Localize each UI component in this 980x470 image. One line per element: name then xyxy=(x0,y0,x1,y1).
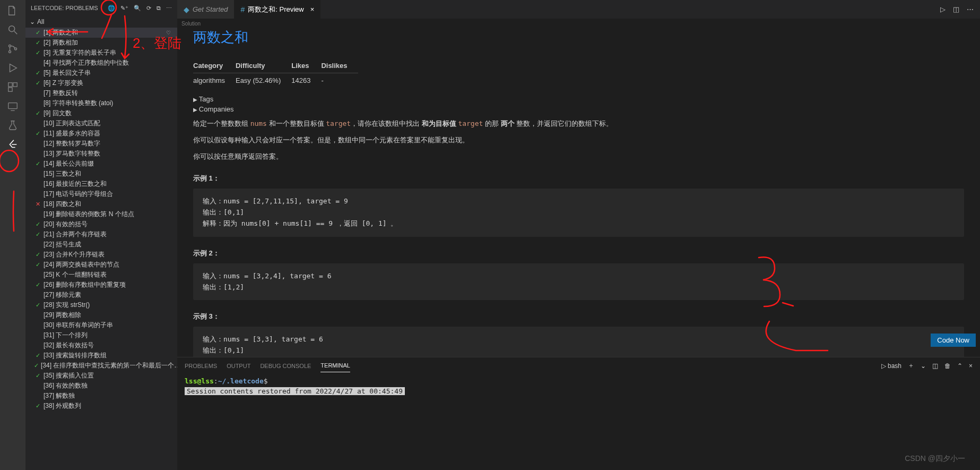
status-icon: ✓ xyxy=(34,130,41,137)
problem-item[interactable]: ✓[34] 在排序数组中查找元素的第一个和最后一个… xyxy=(25,361,177,371)
problem-item[interactable]: ✓[26] 删除有序数组中的重复项 xyxy=(25,280,177,290)
problem-item[interactable]: ·[12] 整数转罗马数字 xyxy=(25,139,177,149)
problem-title-label: [31] 下一个排列 xyxy=(44,331,88,340)
panel-tab-problems[interactable]: PROBLEMS xyxy=(185,360,217,372)
split-terminal-icon[interactable]: ◫ xyxy=(932,362,938,370)
status-icon: · xyxy=(34,312,41,319)
problem-item[interactable]: ✓[5] 最长回文子串 xyxy=(25,68,177,78)
status-icon: · xyxy=(34,121,41,127)
problem-item[interactable]: ·[4] 寻找两个正序数组的中位数 xyxy=(25,58,177,68)
problem-item[interactable]: ✓[21] 合并两个有序链表 xyxy=(25,229,177,240)
problem-item[interactable]: ·[32] 最长有效括号 xyxy=(25,340,177,351)
status-icon: · xyxy=(34,322,41,329)
trash-icon[interactable]: 🗑 xyxy=(944,362,951,370)
problem-item[interactable]: ·[16] 最接近的三数之和 xyxy=(25,179,177,189)
problem-item[interactable]: ✓[1] 两数之和♡ xyxy=(25,28,177,38)
problem-item[interactable]: ✓[24] 两两交换链表中的节点 xyxy=(25,260,177,270)
problem-item[interactable]: ✓[35] 搜索插入位置 xyxy=(25,371,177,381)
problem-item[interactable]: ·[36] 有效的数独 xyxy=(25,381,177,391)
problem-item[interactable]: ·[19] 删除链表的倒数第 N 个结点 xyxy=(25,209,177,219)
code-now-button[interactable]: Code Now xyxy=(931,334,976,347)
source-control-icon[interactable] xyxy=(6,42,19,55)
extensions-icon[interactable] xyxy=(6,81,19,93)
problem-item[interactable]: ·[17] 电话号码的字母组合 xyxy=(25,189,177,199)
favorite-icon[interactable]: ♡ xyxy=(166,30,171,36)
terminal-body[interactable]: lss@lss:~/.leetcode$ Session contents re… xyxy=(177,374,980,470)
problem-title-label: [15] 三数之和 xyxy=(44,169,81,178)
search-problems-icon[interactable]: 🔍 xyxy=(134,5,141,12)
problem-title-label: [21] 合并两个有序链表 xyxy=(44,230,107,239)
testing-icon[interactable] xyxy=(6,119,19,132)
refresh-icon[interactable]: ⟳ xyxy=(146,5,151,12)
split-icon[interactable]: ◫ xyxy=(953,5,959,13)
more-icon[interactable]: ⋯ xyxy=(166,5,172,12)
problem-item[interactable]: ·[37] 解数独 xyxy=(25,391,177,401)
companies-disclosure[interactable]: Companies xyxy=(193,105,964,113)
tab-preview[interactable]: # 两数之和: Preview × xyxy=(234,0,320,19)
panel-tab-debug[interactable]: DEBUG CONSOLE xyxy=(260,360,311,372)
problem-item[interactable]: ✓[28] 实现 strStr() xyxy=(25,300,177,310)
problem-title-label: [9] 回文数 xyxy=(44,109,72,118)
run-debug-icon[interactable] xyxy=(6,62,19,74)
explorer-icon[interactable] xyxy=(6,4,19,17)
status-icon: · xyxy=(34,191,41,198)
problem-item[interactable]: ✓[23] 合并K个升序链表 xyxy=(25,250,177,260)
problem-item[interactable]: ✕[18] 四数之和 xyxy=(25,199,177,209)
problem-title-label: [22] 括号生成 xyxy=(44,240,81,249)
panel-tab-output[interactable]: OUTPUT xyxy=(227,360,250,372)
problem-title-label: [6] Z 字形变换 xyxy=(44,79,83,88)
leetcode-icon[interactable] xyxy=(6,138,19,151)
status-icon: ✓ xyxy=(34,372,41,379)
problem-item[interactable]: ✓[6] Z 字形变换 xyxy=(25,78,177,88)
th-category: Category xyxy=(193,58,236,73)
terminal-dropdown-icon[interactable]: ⌄ xyxy=(921,362,926,370)
collapse-icon[interactable]: ⧉ xyxy=(157,5,161,12)
problem-item[interactable]: ✓[38] 外观数列 xyxy=(25,401,177,411)
problem-item[interactable]: ·[7] 整数反转 xyxy=(25,88,177,98)
close-icon[interactable]: × xyxy=(310,5,315,13)
globe-icon[interactable]: 🌐 xyxy=(108,5,115,12)
problem-item[interactable]: ✓[9] 回文数 xyxy=(25,108,177,118)
run-icon[interactable]: ▷ xyxy=(940,5,946,13)
problem-item[interactable]: ·[30] 串联所有单词的子串 xyxy=(25,320,177,330)
svg-rect-7 xyxy=(8,88,12,91)
more-icon[interactable]: ⋯ xyxy=(967,5,974,13)
problem-title-label: [18] 四数之和 xyxy=(44,200,81,209)
tags-disclosure[interactable]: Tags xyxy=(193,95,964,103)
problem-item[interactable]: ✓[2] 两数相加 xyxy=(25,38,177,48)
problem-item[interactable]: ·[15] 三数之和 xyxy=(25,169,177,179)
problem-item[interactable]: ✓[3] 无重复字符的最长子串 xyxy=(25,48,177,58)
th-dislikes: Dislikes xyxy=(321,58,358,73)
problem-item[interactable]: ·[25] K 个一组翻转链表 xyxy=(25,270,177,280)
search-icon[interactable] xyxy=(6,23,19,36)
problem-item[interactable]: ·[13] 罗马数字转整数 xyxy=(25,149,177,159)
status-icon: ✓ xyxy=(34,49,41,56)
problem-item[interactable]: ·[10] 正则表达式匹配 xyxy=(25,118,177,129)
problem-item[interactable]: ✓[11] 盛最多水的容器 xyxy=(25,129,177,139)
problem-item[interactable]: ·[8] 字符串转换整数 (atoi) xyxy=(25,98,177,108)
shell-picker[interactable]: ▷ bash xyxy=(881,362,901,370)
problem-item[interactable]: ✓[14] 最长公共前缀 xyxy=(25,159,177,169)
status-icon: ✓ xyxy=(34,251,41,258)
all-label: All xyxy=(37,18,44,25)
problem-item[interactable]: ✓[33] 搜索旋转排序数组 xyxy=(25,351,177,361)
close-panel-icon[interactable]: × xyxy=(969,362,973,370)
chevron-up-icon[interactable]: ⌃ xyxy=(957,362,962,370)
problem-item[interactable]: ✓[20] 有效的括号 xyxy=(25,219,177,229)
td-likes: 14263 xyxy=(291,73,321,88)
activity-bar xyxy=(0,0,25,470)
tab-get-started[interactable]: ◆ Get Started xyxy=(177,0,234,19)
add-icon[interactable]: ✎⁺ xyxy=(120,5,128,12)
panel-tab-terminal[interactable]: TERMINAL xyxy=(320,359,350,372)
problem-title-label: [25] K 个一组翻转链表 xyxy=(44,270,107,279)
problem-item[interactable]: ·[22] 括号生成 xyxy=(25,240,177,250)
bottom-panel: PROBLEMS OUTPUT DEBUG CONSOLE TERMINAL ▷… xyxy=(177,357,980,470)
problem-item[interactable]: ·[31] 下一个排列 xyxy=(25,330,177,340)
problem-item[interactable]: ·[29] 两数相除 xyxy=(25,310,177,320)
new-terminal-icon[interactable]: ＋ xyxy=(908,361,914,370)
problem-item[interactable]: ·[27] 移除元素 xyxy=(25,290,177,300)
remote-icon[interactable] xyxy=(6,100,19,113)
example-3: 输入：nums = [3,3], target = 6 输出：[0,1] xyxy=(193,327,964,357)
category-all[interactable]: ⌄ All xyxy=(25,16,177,28)
problem-title-label: [5] 最长回文子串 xyxy=(44,69,91,78)
